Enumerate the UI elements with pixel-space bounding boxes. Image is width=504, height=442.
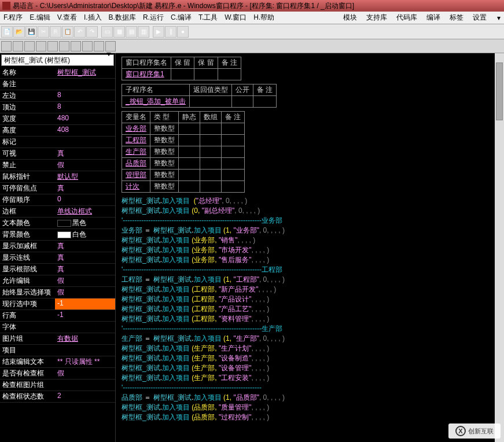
prop-row[interactable]: 显示根部线真: [0, 264, 115, 275]
open-button[interactable]: 📂: [13, 26, 25, 38]
t5-button[interactable]: [47, 41, 58, 51]
prop-value[interactable]: 白色: [55, 229, 115, 240]
prop-row[interactable]: 现行选中项-1: [0, 299, 115, 310]
prop-value[interactable]: 黑色: [55, 218, 115, 229]
t9-button[interactable]: [94, 41, 104, 51]
t4-button[interactable]: [36, 41, 46, 51]
prop-value[interactable]: 默认型: [55, 171, 115, 182]
prop-row[interactable]: 左边8: [0, 90, 115, 102]
prop-row[interactable]: 显示加减框真: [0, 241, 115, 252]
prop-value[interactable]: 480: [55, 113, 115, 124]
prop-row[interactable]: 图片组有数据: [0, 333, 115, 345]
prop-row[interactable]: 允许编辑假: [0, 275, 115, 287]
prop-value[interactable]: 树型框_测试: [55, 67, 115, 78]
prop-row[interactable]: 停留顺序0: [0, 194, 115, 206]
redo-button[interactable]: ↷: [86, 26, 98, 38]
prop-value[interactable]: [55, 380, 115, 391]
scrollbar-thumb[interactable]: [496, 62, 503, 120]
undo-button[interactable]: ↶: [74, 26, 86, 38]
settings-gear-icon[interactable]: ▾: [494, 13, 504, 23]
prop-row[interactable]: 字体: [0, 322, 115, 333]
menu-r-支持库[interactable]: 支持库: [362, 12, 392, 24]
prop-value[interactable]: 408: [55, 125, 115, 136]
cut-button[interactable]: ✂: [38, 26, 49, 38]
prop-value[interactable]: 真: [55, 252, 115, 263]
run-button[interactable]: ▶: [153, 26, 164, 38]
menu-R.运行[interactable]: R.运行: [139, 12, 167, 24]
prop-row[interactable]: 行高-1: [0, 310, 115, 322]
prop-row[interactable]: 项目: [0, 345, 115, 356]
prop-row[interactable]: 始终显示选择项假: [0, 287, 115, 299]
prop-value[interactable]: [55, 345, 115, 356]
menu-B.数据库[interactable]: B.数据库: [105, 12, 139, 24]
menu-F.程序[interactable]: F.程序: [0, 12, 26, 24]
t1-button[interactable]: [1, 41, 12, 51]
property-grid[interactable]: 名称树型框_测试备注左边8顶边8宽度480高度408标记可视真禁止假鼠标指针默认…: [0, 67, 115, 442]
prop-row[interactable]: 结束编辑文本** 只读属性 **: [0, 356, 115, 368]
menu-T.工具[interactable]: T.工具: [195, 12, 221, 24]
prop-row[interactable]: 标记: [0, 137, 115, 148]
menu-I.插入[interactable]: I.插入: [80, 12, 105, 24]
prop-value[interactable]: ** 只读属性 **: [55, 356, 115, 367]
menu-W.窗口[interactable]: W.窗口: [221, 12, 250, 24]
menu-r-编译[interactable]: 编译: [422, 12, 445, 24]
prop-value[interactable]: 假: [55, 160, 115, 171]
prop-row[interactable]: 检查框状态数2: [0, 391, 115, 403]
prop-row[interactable]: 显示连线真: [0, 252, 115, 264]
prop-row[interactable]: 检查框图片组: [0, 380, 115, 391]
prop-value[interactable]: 单线边框式: [55, 206, 115, 217]
form2-button[interactable]: ▦: [113, 26, 125, 38]
prop-value[interactable]: 8: [55, 90, 115, 101]
prop-value[interactable]: 真: [55, 264, 115, 275]
prop-value[interactable]: [55, 137, 115, 148]
object-selector-dropdown[interactable]: 树型框_测试 (树型框): [1, 54, 114, 66]
prop-row[interactable]: 名称树型框_测试: [0, 67, 115, 79]
prop-value[interactable]: 假: [55, 368, 115, 379]
form1-button[interactable]: ▭: [101, 26, 113, 38]
prop-value[interactable]: 真: [55, 183, 115, 194]
menu-r-设置[interactable]: 设置: [468, 12, 491, 24]
prop-value[interactable]: 真: [55, 241, 115, 252]
paste-button[interactable]: 📋: [62, 26, 73, 38]
prop-row[interactable]: 禁止假: [0, 160, 115, 171]
vertical-scrollbar[interactable]: [495, 53, 504, 442]
save-button[interactable]: 💾: [25, 26, 37, 38]
pause-button[interactable]: ‖: [165, 26, 176, 38]
prop-row[interactable]: 背景颜色白色: [0, 229, 115, 241]
prop-row[interactable]: 高度408: [0, 125, 115, 137]
t10-button[interactable]: [105, 41, 116, 51]
t8-button[interactable]: [82, 41, 93, 51]
new-button[interactable]: 📄: [1, 26, 13, 38]
prop-row[interactable]: 备注: [0, 79, 115, 90]
prop-value[interactable]: -1: [55, 310, 115, 321]
prop-row[interactable]: 顶边8: [0, 102, 115, 113]
t3-button[interactable]: [24, 41, 35, 51]
prop-value[interactable]: 假: [55, 287, 115, 298]
form3-button[interactable]: ▤: [126, 26, 137, 38]
t7-button[interactable]: [71, 41, 81, 51]
menu-E.编辑[interactable]: E.编辑: [26, 12, 53, 24]
menu-r-标签[interactable]: 标签: [445, 12, 468, 24]
menu-V.查看[interactable]: V.查看: [54, 12, 80, 24]
form4-button[interactable]: ▥: [138, 26, 149, 38]
menu-r-模块[interactable]: 模块: [339, 12, 362, 24]
t2-button[interactable]: [13, 41, 23, 51]
prop-value[interactable]: [55, 322, 115, 333]
prop-row[interactable]: 可视真: [0, 148, 115, 160]
copy-button[interactable]: ⎘: [50, 26, 61, 38]
prop-row[interactable]: 鼠标指针默认型: [0, 171, 115, 183]
prop-row[interactable]: 边框单线边框式: [0, 206, 115, 218]
prop-row[interactable]: 宽度480: [0, 113, 115, 125]
prop-value[interactable]: 有数据: [55, 333, 115, 344]
prop-row[interactable]: 可停留焦点真: [0, 183, 115, 194]
menu-H.帮助[interactable]: H.帮助: [250, 12, 278, 24]
stop-rec-button[interactable]: ●: [177, 26, 189, 38]
menu-C.编译[interactable]: C.编译: [167, 12, 195, 24]
prop-value[interactable]: 2: [55, 391, 115, 402]
prop-value[interactable]: -1: [55, 299, 115, 310]
code-editor[interactable]: 窗口程序集名保 留保 留备 注窗口程序集1 子程序名返回值类型公开备 注_按钮_…: [116, 53, 504, 442]
prop-row[interactable]: 是否有检查框假: [0, 368, 115, 380]
t6-button[interactable]: [59, 41, 69, 51]
prop-value[interactable]: 真: [55, 148, 115, 159]
prop-value[interactable]: 8: [55, 102, 115, 113]
